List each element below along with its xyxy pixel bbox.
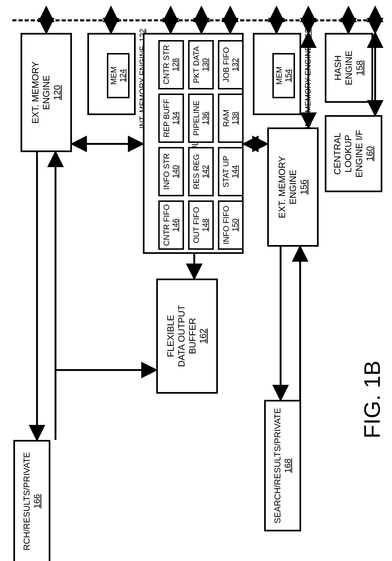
cntr-str-128-label: CNTR STR bbox=[162, 45, 171, 85]
srp-168-line1: SEARCH/RESULTS/PRIVATE bbox=[272, 408, 283, 523]
pipeline-136-label: PIPELINE bbox=[192, 100, 201, 136]
block-search-results-private-168: SEARCH/RESULTS/PRIVATE 168 bbox=[264, 400, 301, 531]
cell-pkt-data-130: PKT DATA130 bbox=[188, 40, 214, 89]
cell-rep-buff-134: REP BUFF134 bbox=[158, 94, 184, 143]
mem-154-ref: 154 bbox=[284, 69, 293, 82]
block-central-lookup-if-160: CENTRAL LOOKUP ENGINE I/F 160 bbox=[325, 115, 382, 192]
block-ext-memory-engine-120: EXT. MEMORY ENGINE 120 bbox=[21, 33, 72, 152]
cell-cntr-fifo-146: CNTR FIFO146 bbox=[158, 200, 184, 250]
block-int-memory-engine-152: INT. MEMORY ENGINE 152 MEM 154 bbox=[253, 33, 301, 115]
srp-166-line1: RCH/RESULTS/PRIVATE bbox=[22, 452, 32, 550]
block-mem-124: MEM 124 bbox=[107, 53, 130, 98]
fdob-ref: 162 bbox=[198, 328, 209, 344]
cntr-str-128-ref: 128 bbox=[171, 58, 180, 71]
cell-info-fifo-150: INFO FIFO150 bbox=[218, 200, 244, 250]
cell-info-str-140: INFO STR140 bbox=[158, 147, 184, 196]
cell-out-fifo-148: OUT FIFO148 bbox=[188, 200, 214, 250]
ext-mem-156-line1: EXT. MEMORY bbox=[277, 156, 288, 218]
cell-pipeline-136: PIPELINE136 bbox=[188, 94, 214, 143]
int-mem-152-ref: 152 bbox=[304, 29, 312, 42]
res-reg-142-label: RES REG bbox=[192, 154, 201, 189]
job-fifo-132-ref: 132 bbox=[231, 58, 240, 71]
ext-mem-156-line2: ENGINE bbox=[288, 170, 298, 205]
cell-cntr-str-128: CNTR STR128 bbox=[158, 40, 184, 89]
ext-mem-120-ref: 120 bbox=[52, 85, 63, 100]
rep-buff-134-ref: 134 bbox=[171, 112, 180, 125]
out-fifo-148-label: OUT FIFO bbox=[192, 207, 201, 243]
block-flexible-data-output-buffer-162: FLEXIBLE DATA OUTPUT BUFFER 162 bbox=[156, 279, 218, 394]
srp-166-ref: 166 bbox=[32, 494, 42, 508]
stat-up-144-label: STAT UP bbox=[222, 156, 231, 187]
hash-158-line2: ENGINE bbox=[343, 51, 354, 85]
srp-168-ref: 168 bbox=[283, 458, 293, 473]
pipeline-136-ref: 136 bbox=[201, 112, 210, 125]
fdob-line2: DATA OUTPUT bbox=[176, 305, 187, 367]
cell-ram-138: RAM138 bbox=[218, 94, 244, 143]
info-str-140-label: INFO STR bbox=[162, 153, 171, 190]
figure-label: FIG. 1B bbox=[359, 361, 385, 439]
out-fifo-148-ref: 148 bbox=[201, 218, 210, 231]
clu-160-line2: LOOKUP bbox=[343, 135, 354, 173]
fdob-line1: FLEXIBLE bbox=[165, 315, 176, 357]
fdob-line3: BUFFER bbox=[187, 318, 198, 354]
info-fifo-150-label: INFO FIFO bbox=[222, 206, 231, 244]
mem-124-label: MEM bbox=[109, 67, 118, 85]
cell-res-reg-142: RES REG142 bbox=[188, 147, 214, 196]
pkt-data-130-ref: 130 bbox=[201, 58, 210, 71]
ext-mem-156-ref: 156 bbox=[298, 179, 309, 194]
pkt-data-130-label: PKT DATA bbox=[192, 46, 201, 83]
ext-mem-120-line1: EXT. MEMORY bbox=[30, 62, 41, 124]
rep-buff-134-label: REP BUFF bbox=[162, 99, 171, 137]
ram-138-label: RAM bbox=[222, 109, 231, 127]
block-search-results-private-166: RCH/RESULTS/PRIVATE 166 bbox=[13, 440, 50, 561]
info-str-140-ref: 140 bbox=[171, 165, 180, 178]
system-bus-dashed bbox=[12, 19, 380, 21]
block-hash-engine-158: HASH ENGINE 158 bbox=[325, 33, 373, 103]
block-ext-memory-engine-156: EXT. MEMORY ENGINE 156 bbox=[267, 128, 319, 247]
cell-job-fifo-132: JOB FIFO132 bbox=[218, 40, 244, 89]
ram-138-ref: 138 bbox=[231, 112, 240, 125]
clu-160-ref: 160 bbox=[364, 146, 375, 161]
cell-stat-up-144: STAT UP144 bbox=[218, 147, 244, 196]
ext-mem-120-line2: ENGINE bbox=[41, 75, 52, 110]
cntr-fifo-146-ref: 146 bbox=[171, 218, 180, 231]
hash-158-line1: HASH bbox=[333, 55, 343, 80]
cntr-fifo-146-label: CNTR FIFO bbox=[162, 204, 171, 246]
block-mem-154: MEM 154 bbox=[272, 53, 295, 98]
stat-up-144-ref: 144 bbox=[231, 165, 240, 178]
clu-160-line3: ENGINE I/F bbox=[354, 130, 364, 177]
info-fifo-150-ref: 150 bbox=[231, 218, 240, 231]
res-reg-142-ref: 142 bbox=[201, 165, 210, 178]
hash-158-ref: 158 bbox=[354, 60, 365, 75]
clu-160-line1: CENTRAL bbox=[332, 133, 343, 175]
job-fifo-132-label: JOB FIFO bbox=[222, 47, 231, 82]
block-int-memory-engine-122: INT. MEMORY ENGINE 122 MEM 124 bbox=[87, 33, 136, 115]
mem-154-label: MEM bbox=[275, 67, 284, 85]
mem-124-ref: 124 bbox=[118, 69, 127, 82]
int-mem-152-title: INT. MEMORY ENGINE bbox=[304, 46, 312, 129]
